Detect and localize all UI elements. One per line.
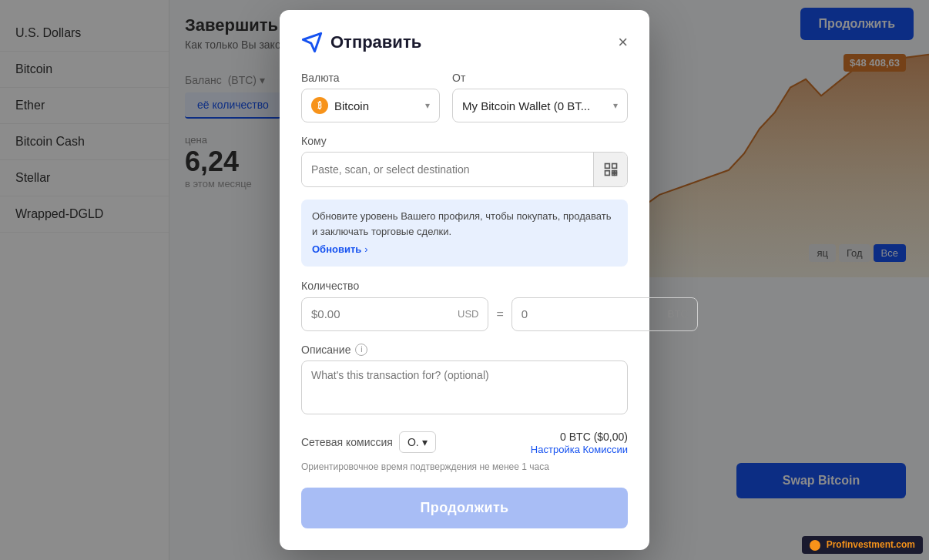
svg-marker-0	[303, 34, 320, 52]
usd-amount-input[interactable]	[311, 307, 458, 320]
from-selector[interactable]: My Bitcoin Wallet (0 BT... ▾	[452, 89, 628, 122]
fee-right: 0 BTC ($0,00) Настройка Комиссии	[531, 430, 628, 455]
svg-rect-4	[612, 171, 614, 173]
from-group: От My Bitcoin Wallet (0 BT... ▾	[452, 72, 628, 122]
amount-label: Количество	[301, 280, 359, 292]
btc-amount-input[interactable]	[522, 307, 668, 320]
description-label-row: Описание i	[301, 344, 628, 356]
btc-amount-wrapper: BTC	[511, 297, 698, 331]
currency-selector[interactable]: ₿ Bitcoin ▾	[301, 89, 440, 122]
info-banner-text: Обновите уровень Вашего профиля, чтобы п…	[312, 209, 617, 239]
description-label: Описание	[301, 344, 350, 356]
btc-currency-label: BTC	[668, 308, 688, 320]
modal-title-area: Отправить	[301, 32, 421, 53]
fee-select-value: О.	[407, 436, 419, 448]
currency-from-row: Валюта ₿ Bitcoin ▾ От My Bitcoin Wallet …	[301, 72, 628, 122]
svg-rect-6	[612, 173, 614, 176]
svg-rect-1	[605, 164, 609, 169]
fee-settings-link[interactable]: Настройка Комиссии	[531, 444, 628, 455]
destination-input[interactable]	[302, 156, 593, 183]
fee-left: Сетевая комиссия О. ▾	[301, 431, 436, 453]
svg-rect-7	[615, 173, 617, 176]
modal-overlay[interactable]: Отправить × Валюта ₿ Bitcoin ▾ От My Bit…	[0, 0, 929, 560]
info-banner-arrow-icon: ›	[364, 242, 367, 257]
description-info-icon[interactable]: i	[355, 344, 367, 356]
fee-select-arrow-icon: ▾	[422, 436, 428, 448]
fee-amount: 0 BTC ($0,00)	[560, 431, 628, 443]
from-label: От	[452, 72, 628, 84]
description-textarea[interactable]	[301, 360, 628, 414]
currency-arrow-icon: ▾	[425, 100, 430, 111]
watermark: Profinvestment.com	[802, 536, 923, 554]
recipient-label: Кому	[301, 135, 628, 147]
svg-rect-2	[612, 164, 616, 169]
svg-rect-5	[615, 171, 617, 173]
modal-header: Отправить ×	[301, 32, 628, 53]
fee-row: Сетевая комиссия О. ▾ 0 BTC ($0,00) Наст…	[301, 430, 628, 455]
watermark-text: Profinvestment.com	[827, 539, 915, 550]
info-banner-link[interactable]: Обновить	[312, 242, 361, 257]
qr-icon	[603, 162, 619, 177]
qr-code-button[interactable]	[593, 153, 627, 186]
modal-title: Отправить	[330, 32, 421, 52]
equals-sign: =	[496, 307, 503, 321]
send-icon	[301, 32, 323, 53]
destination-input-wrapper	[301, 152, 628, 187]
modal-close-button[interactable]: ×	[618, 34, 628, 51]
info-banner: Обновите уровень Вашего профиля, чтобы п…	[301, 200, 628, 267]
confirmation-time: Ориентировочное время подтверждения не м…	[301, 461, 628, 472]
from-arrow-icon: ▾	[613, 100, 618, 111]
usd-currency-label: USD	[458, 308, 478, 320]
fee-label: Сетевая комиссия	[301, 436, 393, 448]
svg-rect-3	[605, 171, 609, 176]
btc-icon: ₿	[311, 97, 328, 114]
continue-button[interactable]: Продолжить	[301, 488, 628, 528]
recipient-group: Кому	[301, 135, 628, 187]
from-value: My Bitcoin Wallet (0 BT...	[462, 99, 613, 112]
currency-group: Валюта ₿ Bitcoin ▾	[301, 72, 440, 122]
currency-label: Валюта	[301, 72, 440, 84]
currency-value: Bitcoin	[334, 99, 425, 112]
send-modal: Отправить × Валюта ₿ Bitcoin ▾ От My Bit…	[280, 10, 649, 550]
fee-select[interactable]: О. ▾	[399, 431, 436, 453]
usd-amount-wrapper: USD	[301, 297, 488, 331]
amount-row: USD = BTC	[301, 297, 628, 331]
watermark-logo-icon	[810, 540, 820, 551]
